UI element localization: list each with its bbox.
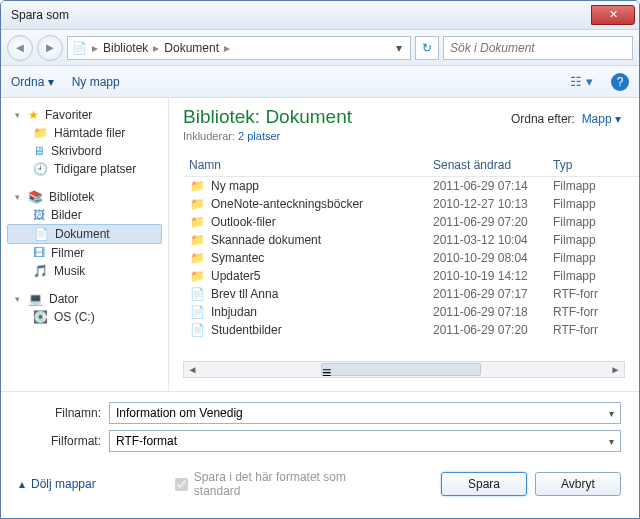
sidebar-item-pictures[interactable]: 🖼Bilder xyxy=(1,206,168,224)
file-type: Filmapp xyxy=(553,269,639,283)
folder-icon: 📁 xyxy=(189,197,205,211)
column-headers: Namn Senast ändrad Typ xyxy=(183,154,639,177)
scroll-thumb[interactable]: ≡ xyxy=(321,363,481,376)
folder-icon: 📁 xyxy=(189,215,205,229)
breadcrumb-bibliotek[interactable]: Bibliotek xyxy=(103,41,148,55)
sidebar-libraries[interactable]: ▾📚Bibliotek xyxy=(1,188,168,206)
new-folder-button[interactable]: Ny mapp xyxy=(72,75,120,89)
file-type: Filmapp xyxy=(553,233,639,247)
music-icon: 🎵 xyxy=(33,264,48,278)
folder-icon: 📁 xyxy=(189,251,205,265)
document-icon: 📄 xyxy=(34,227,49,241)
document-icon: 📄 xyxy=(189,287,205,301)
file-name: Studentbilder xyxy=(211,323,282,337)
document-icon: 📄 xyxy=(189,323,205,337)
file-row[interactable]: 📁Skannade dokument2011-03-12 10:04Filmap… xyxy=(183,231,639,249)
chevron-down-icon: ▾ xyxy=(15,110,22,120)
computer-icon: 💻 xyxy=(28,292,43,306)
sidebar-item-videos[interactable]: 🎞Filmer xyxy=(1,244,168,262)
file-name: Inbjudan xyxy=(211,305,257,319)
content-pane: Bibliotek: Dokument Ordna efter: Mapp ▾ … xyxy=(169,98,639,391)
chevron-right-icon: ▸ xyxy=(221,41,233,55)
sidebar-item-drive-c[interactable]: 💽OS (C:) xyxy=(1,308,168,326)
forward-button[interactable]: ► xyxy=(37,35,63,61)
file-modified: 2010-10-29 08:04 xyxy=(433,251,553,265)
col-type[interactable]: Typ xyxy=(553,158,639,172)
sidebar-favorites[interactable]: ▾★Favoriter xyxy=(1,106,168,124)
file-name: Updater5 xyxy=(211,269,260,283)
file-type: Filmapp xyxy=(553,197,639,211)
folder-icon: 📁 xyxy=(189,269,205,283)
star-icon: ★ xyxy=(28,108,39,122)
breadcrumb[interactable]: 📄 ▸ Bibliotek ▸ Dokument ▸ ▾ xyxy=(67,36,411,60)
help-button[interactable]: ? xyxy=(611,73,629,91)
document-icon: 📄 xyxy=(72,41,87,55)
folder-icon: 📁 xyxy=(33,126,48,140)
sort-by-dropdown[interactable]: Mapp ▾ xyxy=(582,112,621,126)
file-name: Ny mapp xyxy=(211,179,259,193)
file-type: RTF-forr xyxy=(553,305,639,319)
format-field[interactable]: ▾ xyxy=(109,430,621,452)
toolbar: Ordna ▾ Ny mapp ☷ ▾ ? xyxy=(1,66,639,98)
file-type: Filmapp xyxy=(553,179,639,193)
sort-by: Ordna efter: Mapp ▾ xyxy=(511,112,621,126)
file-name: Symantec xyxy=(211,251,264,265)
includes-line: Inkluderar: 2 platser xyxy=(183,130,639,142)
file-type: RTF-forr xyxy=(553,287,639,301)
window-title: Spara som xyxy=(11,8,591,22)
breadcrumb-dokument[interactable]: Dokument xyxy=(164,41,219,55)
chevron-right-icon: ▸ xyxy=(150,41,162,55)
sidebar-item-downloads[interactable]: 📁Hämtade filer xyxy=(1,124,168,142)
file-modified: 2011-06-29 07:20 xyxy=(433,323,553,337)
file-row[interactable]: 📁Outlook-filer2011-06-29 07:20Filmapp xyxy=(183,213,639,231)
sidebar-item-desktop[interactable]: 🖥Skrivbord xyxy=(1,142,168,160)
format-dropdown[interactable]: ▾ xyxy=(609,436,614,447)
footer: ▴Dölj mappar Spara i det här formatet so… xyxy=(1,458,639,499)
view-options-button[interactable]: ☷ ▾ xyxy=(570,74,593,89)
file-row[interactable]: 📁Symantec2010-10-29 08:04Filmapp xyxy=(183,249,639,267)
format-input[interactable] xyxy=(116,434,609,448)
sidebar-item-recent[interactable]: 🕘Tidigare platser xyxy=(1,160,168,178)
file-row[interactable]: 📁Ny mapp2011-06-29 07:14Filmapp xyxy=(183,177,639,195)
scroll-left-arrow[interactable]: ◄ xyxy=(184,364,201,375)
drive-icon: 💽 xyxy=(33,310,48,324)
pictures-icon: 🖼 xyxy=(33,208,45,222)
file-row[interactable]: 📁Updater52010-10-19 14:12Filmapp xyxy=(183,267,639,285)
file-modified: 2010-12-27 10:13 xyxy=(433,197,553,211)
includes-link[interactable]: 2 platser xyxy=(238,130,280,142)
file-modified: 2011-06-29 07:20 xyxy=(433,215,553,229)
hide-folders-toggle[interactable]: ▴Dölj mappar xyxy=(19,477,96,491)
file-row[interactable]: 📄Studentbilder2011-06-29 07:20RTF-forr xyxy=(183,321,639,339)
organize-menu[interactable]: Ordna ▾ xyxy=(11,75,54,89)
sidebar-computer[interactable]: ▾💻Dator xyxy=(1,290,168,308)
file-name: OneNote-anteckningsböcker xyxy=(211,197,363,211)
breadcrumb-dropdown[interactable]: ▾ xyxy=(392,41,406,55)
sidebar-item-music[interactable]: 🎵Musik xyxy=(1,262,168,280)
search-box[interactable] xyxy=(443,36,633,60)
filename-dropdown[interactable]: ▾ xyxy=(609,408,614,419)
close-button[interactable]: ✕ xyxy=(591,5,635,25)
file-row[interactable]: 📄Brev tll Anna2011-06-29 07:17RTF-forr xyxy=(183,285,639,303)
chevron-down-icon: ▾ xyxy=(15,294,22,304)
horizontal-scrollbar[interactable]: ◄ ≡ ► xyxy=(183,361,625,378)
content-heading: Bibliotek: Dokument xyxy=(183,106,352,128)
file-row[interactable]: 📁OneNote-anteckningsböcker2010-12-27 10:… xyxy=(183,195,639,213)
col-modified[interactable]: Senast ändrad xyxy=(433,158,553,172)
search-input[interactable] xyxy=(450,41,626,55)
col-name[interactable]: Namn xyxy=(183,158,433,172)
back-button[interactable]: ◄ xyxy=(7,35,33,61)
file-modified: 2010-10-19 14:12 xyxy=(433,269,553,283)
form-area: Filnamn: ▾ Filformat: ▾ xyxy=(1,391,639,452)
sidebar-item-documents[interactable]: 📄Dokument xyxy=(7,224,162,244)
filename-input[interactable] xyxy=(116,406,609,420)
sidebar: ▾★Favoriter 📁Hämtade filer 🖥Skrivbord 🕘T… xyxy=(1,98,169,391)
desktop-icon: 🖥 xyxy=(33,144,45,158)
filename-field[interactable]: ▾ xyxy=(109,402,621,424)
file-row[interactable]: 📄Inbjudan2011-06-29 07:18RTF-forr xyxy=(183,303,639,321)
refresh-button[interactable]: ↻ xyxy=(415,36,439,60)
cancel-button[interactable]: Avbryt xyxy=(535,472,621,496)
save-button[interactable]: Spara xyxy=(441,472,527,496)
scroll-right-arrow[interactable]: ► xyxy=(607,364,624,375)
chevron-up-icon: ▴ xyxy=(19,477,25,491)
file-name: Brev tll Anna xyxy=(211,287,278,301)
